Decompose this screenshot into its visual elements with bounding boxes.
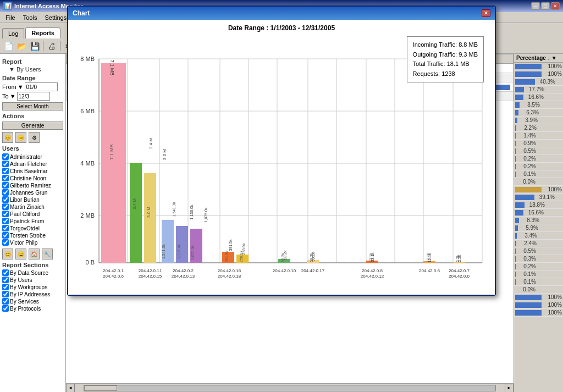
chart-modal-title-bar: Chart ✕ xyxy=(68,7,495,20)
svg-text:8 MB: 8 MB xyxy=(80,56,95,62)
chart-content: Date Range : 1/1/2003 - 12/31/2005 Incom… xyxy=(68,20,495,295)
chart-title-label: Chart xyxy=(73,9,90,17)
svg-text:204.42.0.0: 204.42.0.0 xyxy=(449,274,470,279)
svg-text:1,541.3k: 1,541.3k xyxy=(162,244,165,259)
chart-tooltip: Incoming Traffic: 8.8 MB Outgoing Traffi… xyxy=(407,36,484,82)
svg-text:204.42.0.17: 204.42.0.17 xyxy=(301,268,325,273)
svg-text:204.42.0.8: 204.42.0.8 xyxy=(419,268,440,273)
svg-text:204.42.0.18: 204.42.0.18 xyxy=(218,274,241,279)
svg-text:258.9k: 258.9k xyxy=(239,250,243,262)
svg-text:204.42.0.8: 204.42.0.8 xyxy=(362,268,383,273)
svg-text:1,541.3k: 1,541.3k xyxy=(172,202,176,217)
svg-text:3.4 M: 3.4 M xyxy=(148,138,153,149)
svg-text:7.1 MB: 7.1 MB xyxy=(109,60,115,76)
tooltip-outgoing: Outgoing Traffic: 9.3 MB xyxy=(413,50,478,60)
bar-2 xyxy=(130,163,142,263)
chart-close-button[interactable]: ✕ xyxy=(482,9,490,17)
svg-text:391.5k: 391.5k xyxy=(229,239,233,251)
svg-text:59.2k: 59.2k xyxy=(310,252,313,262)
svg-text:2 MB: 2 MB xyxy=(80,212,95,219)
modal-overlay: Chart ✕ Date Range : 1/1/2003 - 12/31/20… xyxy=(0,0,563,392)
chart-date-range-title: Date Range : 1/1/2003 - 12/31/2005 xyxy=(73,24,490,32)
svg-text:204.42.0.13: 204.42.0.13 xyxy=(172,274,195,279)
svg-text:204.42.0.2: 204.42.0.2 xyxy=(173,268,194,273)
svg-text:7.1 MB: 7.1 MB xyxy=(109,144,114,160)
bar-1 xyxy=(101,63,126,263)
svg-text:204.42.0.10: 204.42.0.10 xyxy=(273,268,296,273)
chart-modal: Chart ✕ Date Range : 1/1/2003 - 12/31/20… xyxy=(67,5,496,296)
svg-text:1,075.0k: 1,075.0k xyxy=(204,207,208,222)
svg-text:204.42.0.11: 204.42.0.11 xyxy=(139,268,162,273)
tooltip-total: Total Traffic: 18.1 MB xyxy=(413,59,478,69)
svg-text:4 MB: 4 MB xyxy=(80,160,95,167)
svg-text:3.0 M: 3.0 M xyxy=(146,207,151,218)
svg-text:204.42.0.16: 204.42.0.16 xyxy=(218,268,241,273)
svg-text:204.42.0.6: 204.42.0.6 xyxy=(103,274,124,279)
svg-text:204.42.0.7: 204.42.0.7 xyxy=(449,268,470,273)
svg-text:1,075.0k: 1,075.0k xyxy=(191,245,195,260)
tooltip-incoming: Incoming Traffic: 8.8 MB xyxy=(413,40,478,50)
svg-text:6 MB: 6 MB xyxy=(80,108,95,114)
svg-text:1,136.0k: 1,136.0k xyxy=(190,205,194,219)
svg-text:2.2k: 2.2k xyxy=(456,255,460,262)
svg-text:204.42.0.1: 204.42.0.1 xyxy=(103,268,124,273)
tooltip-requests: Requests: 1238 xyxy=(413,69,478,79)
svg-text:33.1k: 33.1k xyxy=(369,252,373,262)
svg-text:3.4 M: 3.4 M xyxy=(132,198,137,209)
svg-text:0 B: 0 B xyxy=(85,259,95,266)
svg-text:391.5k: 391.5k xyxy=(225,250,229,262)
svg-text:1,136.0k: 1,136.0k xyxy=(177,244,181,259)
svg-text:204.42.0.15: 204.42.0.15 xyxy=(139,274,162,279)
svg-text:3.0 M: 3.0 M xyxy=(162,149,167,160)
svg-text:12.1k: 12.1k xyxy=(426,252,430,262)
svg-text:204.42.0.12: 204.42.0.12 xyxy=(361,274,384,279)
svg-text:98.2k: 98.2k xyxy=(281,252,285,262)
